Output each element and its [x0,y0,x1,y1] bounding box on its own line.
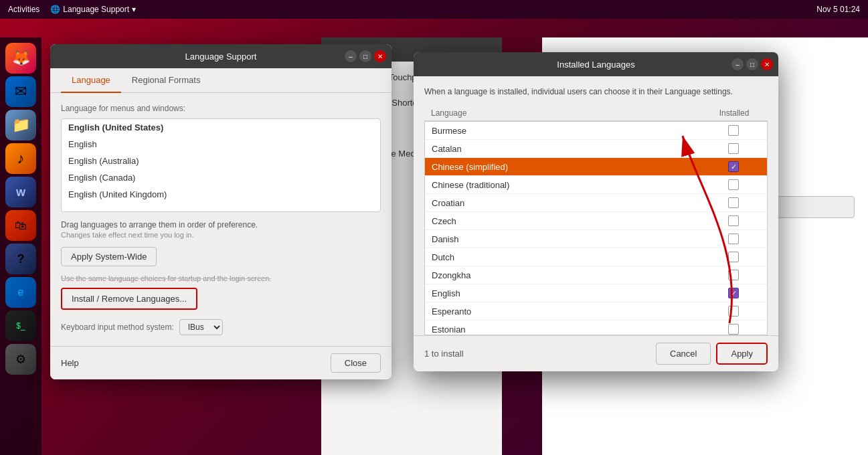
list-item[interactable]: English (United Kingdom) [62,186,380,203]
help-icon[interactable]: ? [5,244,36,274]
lang-table-header: Language Installed [424,106,768,121]
installed-titlebar-controls: – □ ✕ [731,58,773,70]
install-remove-languages-button[interactable]: Install / Remove Languages... [62,289,196,308]
language-table-scroll[interactable]: Burmese Catalan Chinese (simplified) Chi… [424,121,768,335]
lang-checkbox[interactable] [707,270,760,280]
table-row[interactable]: Esperanto [425,302,767,321]
table-row[interactable]: Croatian [425,194,767,212]
list-item[interactable]: English (Canada) [62,169,380,186]
table-row[interactable]: Estonian [425,321,767,335]
lang-name: Croatian [432,198,707,208]
settings-dock-icon[interactable]: ⚙ [5,344,36,375]
table-row[interactable]: Czech [425,212,767,230]
footer-actions: Cancel Apply [656,343,768,365]
topbar: Activities 🌐 Language Support ▾ Nov 5 01… [0,0,868,19]
installed-close-button[interactable]: ✕ [761,58,773,70]
lang-checkbox[interactable] [707,161,760,172]
minimize-button[interactable]: – [345,50,357,62]
lang-name: Dutch [432,252,707,262]
app-name-label: Language Support [63,5,129,14]
lang-name: English [432,288,707,298]
table-row[interactable]: Danish [425,230,767,248]
globe-icon: 🌐 [50,5,60,14]
drag-sub: Changes take effect next time you log in… [61,231,381,239]
maximize-button[interactable]: □ [359,50,371,62]
writer-icon[interactable]: W [5,177,36,207]
lang-name: Danish [432,234,707,244]
topbar-left: Activities 🌐 Language Support ▾ [8,5,136,14]
table-row[interactable]: English [425,284,767,302]
firefox-icon[interactable]: 🦊 [5,43,36,74]
window-footer: Help Close [50,346,392,379]
cancel-button[interactable]: Cancel [656,343,711,365]
close-window-button[interactable]: ✕ [374,50,386,62]
files-icon[interactable]: 📁 [5,110,36,141]
terminal-icon[interactable]: $_ [5,310,36,341]
window-tabs: Language Regional Formats [50,68,392,93]
lang-checkbox[interactable] [707,288,760,298]
installed-maximize-button[interactable]: □ [746,58,758,70]
login-hint: Use the same language choices for startu… [61,274,381,282]
section-label: Language for menus and windows: [61,104,381,113]
lang-checkbox[interactable] [707,197,760,208]
activities-label[interactable]: Activities [8,5,39,14]
lang-name: Chinese (simplified) [432,162,707,172]
language-list[interactable]: English (United States) English English … [61,118,381,212]
keyboard-row: Keyboard input method system: IBus fcitx… [61,319,381,335]
watermark: CSDN @leenhem [802,442,861,450]
lang-checkbox[interactable] [707,143,760,154]
install-count: 1 to install [424,349,464,359]
language-support-window: Language Support – □ ✕ Language Regional… [50,44,392,379]
chevron-down-icon: ▾ [132,5,136,14]
list-item[interactable]: English (Australia) [62,153,380,169]
table-row[interactable]: Burmese [425,122,767,140]
window-content: Language for menus and windows: English … [50,93,392,346]
installed-lang-description: When a language is installed, individual… [424,86,768,98]
drag-hint: Drag languages to arrange them in order … [61,220,381,230]
list-item[interactable]: English (United States) [62,119,380,136]
table-row[interactable]: Dutch [425,248,767,266]
titlebar-controls: – □ ✕ [345,50,386,62]
apply-button[interactable]: Apply [717,344,766,363]
table-row[interactable]: Catalan [425,140,767,158]
datetime-label: Nov 5 01:24 [816,5,860,14]
lang-checkbox[interactable] [707,215,760,226]
topbar-right: Nov 5 01:24 [816,5,860,14]
lang-checkbox[interactable] [707,234,760,244]
lang-name: Catalan [432,144,707,154]
lang-name: Chinese (traditional) [432,180,707,190]
col-language-header: Language [431,108,707,118]
apply-btn-wrapper: Apply [716,343,768,365]
installed-minimize-button[interactable]: – [731,58,744,70]
table-row[interactable]: Dzongkha [425,266,767,284]
tab-regional-formats[interactable]: Regional Formats [121,68,211,93]
installed-lang-titlebar: Installed Languages – □ ✕ [414,52,778,76]
close-button[interactable]: Close [331,353,381,373]
rhythmbox-icon[interactable]: ♪ [5,143,36,174]
installed-languages-dialog: Installed Languages – □ ✕ When a languag… [414,52,778,371]
lang-checkbox[interactable] [707,306,760,316]
thunderbird-icon[interactable]: ✉ [5,76,36,107]
lang-checkbox[interactable] [707,324,760,335]
lang-checkbox[interactable] [707,179,760,190]
col-installed-header: Installed [707,108,761,118]
list-item[interactable]: English [62,136,380,153]
keyboard-method-select[interactable]: IBus fcitx none [179,319,223,335]
lang-support-titlebar: Language Support – □ ✕ [50,44,392,68]
appstore-icon[interactable]: 🛍 [5,210,36,241]
apply-system-wide-button[interactable]: Apply System-Wide [61,247,157,266]
tab-language[interactable]: Language [61,68,121,93]
keyboard-label: Keyboard input method system: [61,323,174,332]
help-link[interactable]: Help [61,358,79,368]
table-row-chinese-simplified[interactable]: Chinese (simplified) [425,158,767,176]
lang-name: Estonian [432,325,707,335]
lang-name: Burmese [432,126,707,136]
installed-lang-body: When a language is installed, individual… [414,76,778,335]
installed-lang-title: Installed Languages [557,60,634,70]
lang-checkbox[interactable] [707,252,760,262]
install-btn-wrapper: Install / Remove Languages... [61,288,197,310]
topbar-appname: 🌐 Language Support ▾ [50,5,136,14]
table-row[interactable]: Chinese (traditional) [425,176,767,194]
edge-icon[interactable]: e [5,277,36,308]
lang-checkbox[interactable] [707,125,760,136]
